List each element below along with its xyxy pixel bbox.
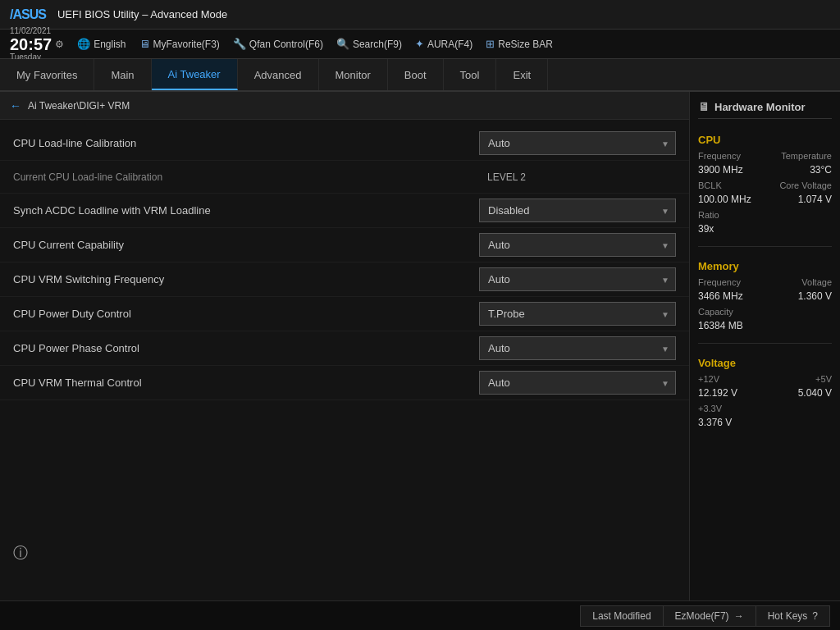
setting-label-synch-acdc: Synch ACDC Loadline with VRM Loadline: [13, 204, 479, 217]
volt-p33-label-row: +3.3V: [698, 404, 832, 413]
setting-label-cpu-current-cap: CPU Current Capability: [13, 239, 479, 251]
cpu-power-phase-dropdown-wrapper: Auto StandardOptimized ExtremePower Phas…: [479, 336, 676, 360]
ez-mode-arrow-icon: →: [734, 610, 744, 622]
hw-monitor-label: Hardware Monitor: [714, 101, 806, 113]
cpu-vrm-thermal-dropdown-wrapper: Auto Manual ▼: [479, 371, 676, 395]
cpu-frequency-row: Frequency Temperature: [698, 151, 832, 161]
cpu-core-voltage-value: 1.074 V: [798, 194, 832, 205]
language-label: English: [94, 39, 126, 50]
nav-ai-tweaker[interactable]: Ai Tweaker: [152, 59, 238, 90]
statusbar-items: 🌐 English 🖥 MyFavorite(F3) 🔧 Qfan Contro…: [77, 38, 830, 50]
mem-capacity-value: 16384 MB: [698, 320, 743, 331]
aura-item[interactable]: ✦ AURA(F4): [415, 38, 472, 50]
setting-row-cpu-current-cap: CPU Current Capability Auto 100%110%120%…: [0, 228, 689, 262]
volt-p5v-label: +5V: [815, 374, 832, 384]
cpu-bclk-row: BCLK Core Voltage: [698, 180, 832, 190]
hw-monitor-title: 🖥 Hardware Monitor: [698, 100, 832, 119]
qfan-icon: 🔧: [233, 38, 246, 50]
setting-label-cpu-power-phase: CPU Power Phase Control: [13, 342, 479, 354]
asus-logo: /ASUS: [10, 7, 46, 22]
cpu-bclk-label: BCLK: [698, 180, 722, 190]
back-arrow-icon[interactable]: ←: [10, 99, 21, 112]
language-icon: 🌐: [77, 38, 90, 50]
volt-p12v-value: 12.192 V: [698, 387, 737, 399]
settings-list: CPU Load-line Calibration Auto Level 1Le…: [0, 120, 689, 600]
main-layout: ← Ai Tweaker\DIGI+ VRM CPU Load-line Cal…: [0, 92, 840, 600]
synch-acdc-select[interactable]: Disabled Enabled: [479, 199, 676, 222]
nav-monitor[interactable]: Monitor: [319, 59, 388, 90]
resizebar-label: ReSize BAR: [498, 39, 553, 50]
header-title: UEFI BIOS Utility – Advanced Mode: [57, 8, 227, 21]
setting-row-cpu-load-line-cal: CPU Load-line Calibration Auto Level 1Le…: [0, 126, 689, 161]
search-item[interactable]: 🔍 Search(F9): [336, 38, 402, 50]
time-display: 20:57: [10, 36, 52, 52]
cpu-power-duty-select[interactable]: T.Probe Extreme: [479, 302, 676, 326]
cpu-power-phase-select[interactable]: Auto StandardOptimized ExtremePower Phas…: [479, 336, 676, 360]
mem-voltage-label: Voltage: [801, 277, 832, 287]
cpu-memory-divider: [698, 246, 832, 247]
aura-label: AURA(F4): [427, 39, 472, 50]
info-icon[interactable]: ⓘ: [13, 543, 28, 563]
nav-exit[interactable]: Exit: [496, 59, 548, 90]
volt-p33v-label: +3.3V: [698, 404, 722, 413]
nav-boot[interactable]: Boot: [388, 59, 444, 90]
cpu-power-duty-dropdown-wrapper: T.Probe Extreme ▼: [479, 302, 676, 326]
cpu-current-cap-dropdown-wrapper: Auto 100%110%120% 130%140% ▼: [479, 233, 676, 257]
mem-frequency-label: Frequency: [698, 277, 741, 287]
cpu-vrm-thermal-select[interactable]: Auto Manual: [479, 371, 676, 395]
setting-label-cpu-power-duty: CPU Power Duty Control: [13, 308, 479, 320]
cpu-frequency-value-row: 3900 MHz 33°C: [698, 164, 832, 177]
cpu-vrm-switch-freq-select[interactable]: Auto Manual: [479, 267, 676, 291]
breadcrumb-bar: ← Ai Tweaker\DIGI+ VRM: [0, 92, 689, 120]
resizebar-item[interactable]: ⊞ ReSize BAR: [486, 38, 553, 50]
cpu-vrm-switch-freq-dropdown-wrapper: Auto Manual ▼: [479, 267, 676, 291]
cpu-temperature-value: 33°C: [810, 164, 832, 176]
setting-value-current-cpu-load-line: LEVEL 2: [479, 167, 676, 188]
myfavorite-item[interactable]: 🖥 MyFavorite(F3): [139, 38, 220, 50]
setting-label-cpu-load-line-cal: CPU Load-line Calibration: [13, 137, 479, 149]
setting-row-cpu-power-phase: CPU Power Phase Control Auto StandardOpt…: [0, 331, 689, 366]
setting-label-cpu-vrm-thermal: CPU VRM Thermal Control: [13, 377, 479, 389]
datetime-block: 11/02/2021 20:57 ⚙ Tuesday: [10, 26, 64, 62]
cpu-frequency-label: Frequency: [698, 151, 741, 161]
cpu-section-title: CPU: [698, 134, 832, 146]
nav-my-favorites[interactable]: My Favorites: [0, 59, 94, 90]
header: /ASUS UEFI BIOS Utility – Advanced Mode: [0, 0, 840, 30]
last-modified-button[interactable]: Last Modified: [580, 605, 663, 627]
qfan-label: Qfan Control(F6): [249, 39, 323, 50]
breadcrumb: Ai Tweaker\DIGI+ VRM: [28, 100, 130, 112]
settings-icon[interactable]: ⚙: [55, 39, 64, 50]
content-area: ← Ai Tweaker\DIGI+ VRM CPU Load-line Cal…: [0, 92, 689, 600]
hot-keys-button[interactable]: Hot Keys ?: [756, 605, 830, 627]
nav-main[interactable]: Main: [94, 59, 151, 90]
language-item[interactable]: 🌐 English: [77, 38, 126, 50]
mem-frequency-value: 3466 MHz: [698, 290, 743, 302]
ez-mode-label: EzMode(F7): [675, 610, 729, 622]
qfan-item[interactable]: 🔧 Qfan Control(F6): [233, 38, 323, 50]
setting-row-cpu-power-duty: CPU Power Duty Control T.Probe Extreme ▼: [0, 297, 689, 331]
myfavorite-icon: 🖥: [139, 38, 150, 50]
volt-p12-row: +12V +5V: [698, 374, 832, 384]
statusbar: 11/02/2021 20:57 ⚙ Tuesday 🌐 English 🖥 M…: [0, 30, 840, 59]
nav-tool[interactable]: Tool: [444, 59, 497, 90]
cpu-ratio-label: Ratio: [698, 210, 719, 220]
hot-keys-label: Hot Keys: [768, 610, 808, 622]
mem-capacity-label: Capacity: [698, 307, 733, 317]
memory-section-title: Memory: [698, 260, 832, 272]
ez-mode-button[interactable]: EzMode(F7) →: [664, 605, 756, 627]
memory-voltage-divider: [698, 343, 832, 344]
hot-keys-help-icon: ?: [812, 610, 818, 622]
cpu-bclk-value: 100.00 MHz: [698, 194, 751, 205]
cpu-core-voltage-label: Core Voltage: [779, 180, 832, 190]
cpu-load-line-dropdown-wrapper: Auto Level 1Level 2Level 3 Level 4Level …: [479, 131, 676, 155]
cpu-current-cap-select[interactable]: Auto 100%110%120% 130%140%: [479, 233, 676, 257]
last-modified-label: Last Modified: [592, 610, 651, 622]
nav-advanced[interactable]: Advanced: [238, 59, 319, 90]
mem-frequency-row: Frequency Voltage: [698, 277, 832, 287]
synch-acdc-dropdown-wrapper: Disabled Enabled ▼: [479, 199, 676, 222]
cpu-load-line-cal-select[interactable]: Auto Level 1Level 2Level 3 Level 4Level …: [479, 131, 676, 155]
setting-row-cpu-vrm-switch-freq: CPU VRM Switching Frequency Auto Manual …: [0, 262, 689, 297]
setting-row-cpu-vrm-thermal: CPU VRM Thermal Control Auto Manual ▼: [0, 366, 689, 400]
mem-capacity-value-row: 16384 MB: [698, 320, 832, 333]
setting-label-current-cpu-load-line: Current CPU Load-line Calibration: [13, 171, 479, 183]
